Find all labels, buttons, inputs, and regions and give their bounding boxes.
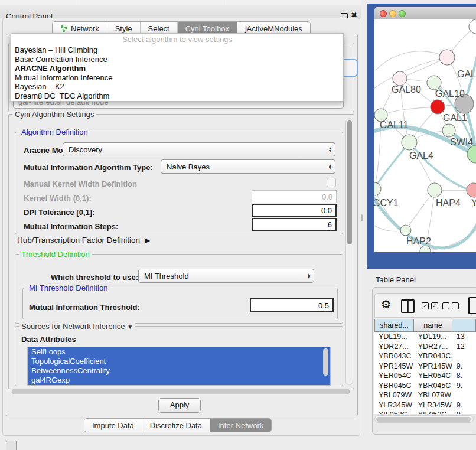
table-cell: YBR043C — [414, 352, 452, 360]
table-header-row: shared...name — [374, 319, 476, 332]
table-cell: YBL079W — [374, 391, 414, 399]
list-scrollbar[interactable] — [323, 348, 328, 376]
aracne-mode-combobox[interactable]: Discovery ▲▼ — [63, 142, 335, 156]
network-node[interactable] — [402, 135, 417, 150]
table-cell: YBL079W — [414, 391, 452, 399]
mi-threshold-field[interactable]: 0.5 — [250, 298, 334, 312]
infer-tabbar: Impute DataDiscretize DataInfer Network — [84, 418, 272, 432]
algorithm-option[interactable]: Bayesian – K2 — [11, 82, 343, 92]
algorithm-dropdown-popup: Select algorithm to view settings Bayesi… — [11, 33, 344, 102]
network-node[interactable] — [467, 183, 476, 197]
tab-discretize-data[interactable]: Discretize Data — [142, 419, 210, 432]
data-attributes-label: Data Attributes — [21, 335, 76, 344]
network-node[interactable] — [442, 124, 455, 137]
table-row[interactable]: YPR145WYPR145W9. — [374, 361, 476, 371]
sources-title: Sources for Network Inference ▼ — [19, 322, 135, 331]
data-attributes-list[interactable]: SelfLoopsTopologicalCoefficientBetweenne… — [27, 347, 331, 386]
mi-type-label: Mutual Information Algorithm Type: — [24, 163, 153, 172]
table-cell: 12 — [452, 343, 476, 351]
splitter-handle[interactable] — [361, 214, 363, 221]
network-canvas[interactable]: GALGAL80GAL10GAL1GAL11SWI4GAL4GCY1HAP4YH… — [374, 19, 476, 252]
dropdown-placeholder: Select algorithm to view settings — [11, 34, 343, 45]
table-row[interactable]: YDR27...YDR27...12 — [374, 342, 476, 352]
horizontal-scrollbar[interactable] — [12, 389, 350, 394]
node-label: GAL4 — [409, 151, 433, 161]
table-row[interactable]: YBR043CYBR043C — [374, 351, 476, 361]
control-panel-titlebar: Control Panel ✖ — [0, 5, 361, 18]
attribute-list-item[interactable]: gal4RGexp — [28, 376, 330, 385]
algorithm-option[interactable]: ARACNE Algorithm — [11, 64, 343, 73]
network-graph: GALGAL80GAL10GAL1GAL11SWI4GAL4GCY1HAP4YH… — [374, 19, 476, 252]
algorithm-option[interactable]: Dream8 DC_TDC Algorithm — [11, 92, 343, 101]
attribute-list-item[interactable]: BetweennessCentrality — [28, 366, 330, 376]
node-label: GAL10 — [435, 89, 465, 99]
table-row[interactable]: YER054CYER054C8. — [374, 371, 476, 381]
table-cell: 8. — [452, 371, 476, 380]
tab-impute-data[interactable]: Impute Data — [84, 419, 142, 432]
node-label: HAP4 — [436, 198, 461, 208]
node-label: GAL80 — [392, 84, 421, 94]
network-edge[interactable] — [406, 190, 435, 230]
table-cell: YIL052C — [374, 410, 414, 414]
collapse-arrow-icon[interactable]: ▼ — [127, 324, 133, 330]
column-header[interactable] — [452, 319, 476, 332]
table-cell: YDL19... — [374, 332, 414, 341]
settings-scrollbar-thumb[interactable] — [347, 120, 352, 244]
settings-scrollbar[interactable] — [345, 118, 353, 385]
close-traffic-light-icon[interactable] — [380, 10, 387, 17]
table-horizontal-scrollbar[interactable] — [374, 415, 474, 423]
node-label: HAP2 — [406, 236, 431, 246]
table-cell: YDL19... — [414, 332, 452, 341]
node-label: Y — [471, 198, 476, 208]
select-all-checkboxes-icon[interactable]: ✓✓ — [422, 302, 438, 309]
network-node[interactable] — [431, 100, 445, 114]
algorithm-option[interactable]: Basic Correlation Inference — [11, 55, 343, 64]
gear-icon[interactable]: ⚙ — [381, 298, 391, 311]
network-edge[interactable] — [376, 51, 447, 70]
network-node[interactable] — [439, 50, 455, 65]
spinner-arrows-icon: ▲▼ — [325, 146, 335, 152]
node-table[interactable]: shared...nameYDL19...YDL19...13YDR27...Y… — [374, 319, 476, 414]
network-node[interactable] — [428, 183, 442, 197]
table-cell: YLR345W — [374, 401, 414, 409]
network-node[interactable] — [393, 71, 407, 86]
new-table-icon[interactable] — [468, 297, 476, 314]
network-window-titlebar[interactable] — [374, 7, 476, 20]
attribute-list-item[interactable]: SelfLoops — [28, 347, 330, 357]
mi-threshold-label: Mutual Information Threshold: — [29, 303, 140, 312]
mi-steps-field[interactable]: 6 — [252, 218, 337, 231]
attribute-list-item[interactable]: TopologicalCoefficient — [28, 357, 330, 366]
dropdown-items: Bayesian – Hill ClimbingBasic Correlatio… — [11, 45, 343, 101]
which-threshold-combobox[interactable]: MI Threshold ▲▼ — [138, 269, 314, 283]
network-edge[interactable] — [381, 107, 438, 115]
network-node[interactable] — [400, 225, 411, 236]
minimize-traffic-light-icon[interactable] — [389, 10, 396, 17]
network-node[interactable] — [374, 182, 381, 195]
mi-threshold-definition-title: MI Threshold Definition — [27, 283, 110, 292]
algorithm-option[interactable]: Mutual Information Inference — [11, 73, 343, 83]
dpi-tolerance-label: DPI Tolerance [0,1]: — [24, 208, 94, 217]
column-header[interactable]: shared... — [374, 319, 414, 332]
table-row[interactable]: YLR345WYLR345W9. — [374, 400, 476, 410]
dpi-tolerance-field[interactable]: 0.0 — [252, 204, 337, 217]
zoom-traffic-light-icon[interactable] — [399, 10, 406, 17]
table-scrollbar-thumb[interactable] — [376, 417, 471, 422]
docked-panel-icon[interactable] — [6, 441, 17, 450]
table-row[interactable]: YBR045CYBR045C9. — [374, 381, 476, 391]
spinner-arrows-icon: ▲▼ — [325, 164, 335, 169]
table-row[interactable]: YBL079WYBL079W — [374, 390, 476, 400]
table-row[interactable]: YIL052CYIL052C9 — [374, 410, 476, 414]
split-columns-icon[interactable] — [401, 299, 415, 313]
kernel-width-field[interactable]: 0.0 — [252, 190, 337, 203]
network-edge[interactable] — [374, 189, 406, 230]
apply-button[interactable]: Apply — [158, 398, 201, 413]
clear-checkboxes-icon[interactable] — [442, 302, 459, 309]
column-header[interactable]: name — [414, 319, 452, 332]
tab-infer-network[interactable]: Infer Network — [210, 419, 271, 432]
algorithm-option[interactable]: Bayesian – Hill Climbing — [11, 45, 343, 55]
hub-transcription-expander[interactable]: Hub/Transcription Factor Definition▶ — [17, 236, 150, 244]
manual-kernel-checkbox[interactable] — [327, 178, 336, 187]
network-node[interactable] — [427, 76, 441, 90]
table-row[interactable]: YDL19...YDL19...13 — [374, 332, 476, 342]
mi-type-combobox[interactable]: Naive Bayes ▲▼ — [161, 159, 335, 174]
